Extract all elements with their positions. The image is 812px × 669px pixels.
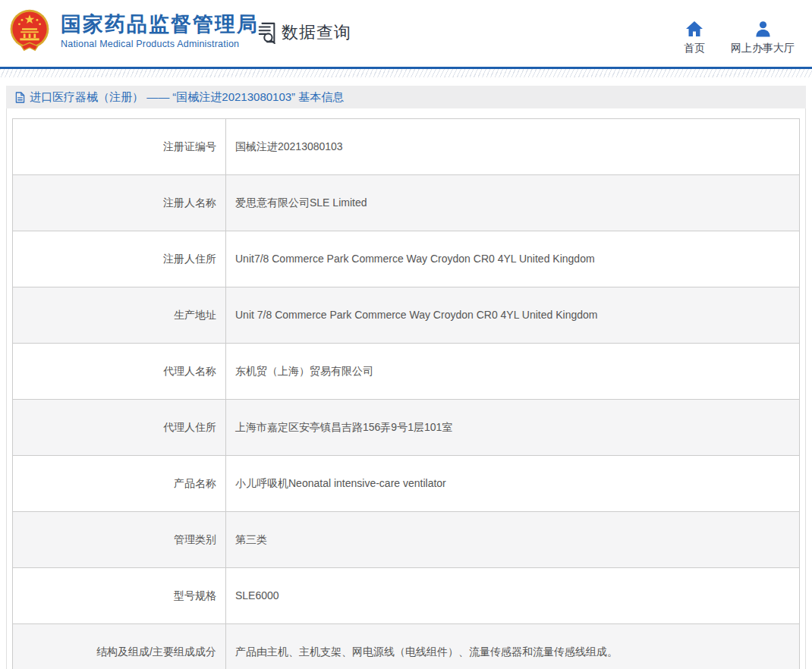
table-row: 结构及组成/主要组成成分 产品由主机、主机支架、网电源线（电线组件）、流量传感器… (13, 624, 800, 669)
site-header: 国家药品监督管理局 National Medical Products Admi… (0, 0, 812, 67)
row-value: 小儿呼吸机Neonatal intensive-care ventilator (235, 477, 446, 489)
row-label: 型号规格 (174, 589, 216, 601)
table-row: 代理人住所 上海市嘉定区安亭镇昌吉路156弄9号1层101室 (13, 400, 800, 456)
nav-service-hall[interactable]: 网上办事大厅 (731, 19, 795, 55)
brand-text: 国家药品监督管理局 National Medical Products Admi… (61, 12, 259, 49)
nav-home[interactable]: 首页 (684, 19, 705, 55)
top-nav: 首页 网上办事大厅 (684, 19, 795, 55)
table-row: 代理人名称 东机贸（上海）贸易有限公司 (13, 344, 800, 400)
hatch-pattern-band (0, 69, 812, 77)
row-value: 国械注进20213080103 (235, 140, 343, 152)
nav-service-hall-label: 网上办事大厅 (731, 42, 795, 55)
row-value: Unit 7/8 Commerce Park Commerce Way Croy… (235, 309, 597, 321)
row-label: 注册人住所 (163, 253, 216, 265)
row-label: 注册证编号 (163, 140, 216, 152)
row-value: 上海市嘉定区安亭镇昌吉路156弄9号1层101室 (235, 421, 452, 433)
nav-home-label: 首页 (684, 42, 705, 55)
row-label: 注册人名称 (163, 196, 216, 209)
brand: 国家药品监督管理局 National Medical Products Admi… (8, 8, 259, 53)
row-value: SLE6000 (235, 589, 279, 601)
org-name-cn: 国家药品监督管理局 (61, 12, 259, 36)
table-row: 型号规格 SLE6000 (13, 568, 800, 624)
row-value: 爱思意有限公司SLE Limited (235, 196, 367, 209)
row-label: 管理类别 (174, 533, 216, 545)
user-icon (754, 19, 772, 37)
row-value: 东机贸（上海）贸易有限公司 (235, 365, 373, 377)
row-label: 代理人住所 (163, 421, 216, 433)
table-row: 注册人名称 爱思意有限公司SLE Limited (13, 175, 800, 231)
row-label: 结构及组成/主要组成成分 (96, 645, 216, 658)
table-wrap: 注册证编号 国械注进20213080103 注册人名称 爱思意有限公司SLE L… (6, 108, 806, 669)
table-row: 管理类别 第三类 (13, 512, 800, 568)
national-emblem-logo (8, 8, 52, 53)
home-icon (685, 19, 703, 37)
row-value: Unit7/8 Commerce Park Commerce Way Croyd… (235, 253, 595, 265)
content-container: 进口医疗器械（注册） —— “国械注进20213080103” 基本信息 注册证… (6, 86, 806, 669)
data-query-label: 数据查询 (282, 21, 351, 44)
page-title: 进口医疗器械（注册） —— “国械注进20213080103” 基本信息 (30, 90, 344, 105)
row-value: 第三类 (235, 533, 267, 545)
row-label: 产品名称 (174, 477, 216, 489)
row-label: 生产地址 (174, 309, 216, 321)
row-label: 代理人名称 (163, 365, 216, 377)
org-name-en: National Medical Products Administration (61, 39, 259, 49)
registration-info-table: 注册证编号 国械注进20213080103 注册人名称 爱思意有限公司SLE L… (12, 118, 800, 669)
document-search-icon (257, 21, 278, 44)
row-value: 产品由主机、主机支架、网电源线（电线组件）、流量传感器和流量传感线组成。 (235, 645, 618, 658)
table-row: 注册人住所 Unit7/8 Commerce Park Commerce Way… (13, 231, 800, 287)
data-query-heading: 数据查询 (257, 21, 351, 44)
table-row: 生产地址 Unit 7/8 Commerce Park Commerce Way… (13, 287, 800, 344)
document-icon (15, 92, 25, 103)
table-row: 注册证编号 国械注进20213080103 (13, 119, 800, 175)
registration-table-body: 注册证编号 国械注进20213080103 注册人名称 爱思意有限公司SLE L… (13, 119, 800, 669)
page-title-bar: 进口医疗器械（注册） —— “国械注进20213080103” 基本信息 (6, 86, 806, 108)
table-row: 产品名称 小儿呼吸机Neonatal intensive-care ventil… (13, 456, 800, 512)
